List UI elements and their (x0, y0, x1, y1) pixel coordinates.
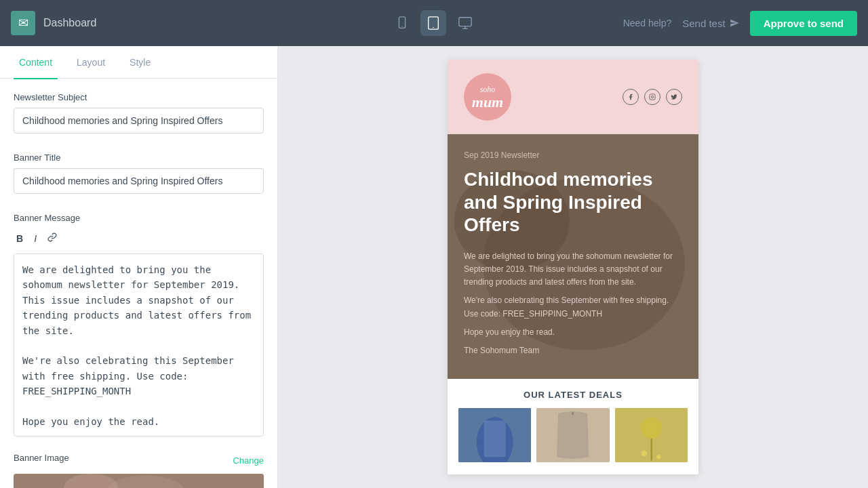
svg-point-23 (640, 417, 662, 439)
need-help-link[interactable]: Need help? (623, 18, 672, 28)
email-banner: Sep 2019 Newsletter Childhood memories a… (448, 134, 698, 379)
link-button[interactable] (45, 231, 60, 245)
send-test-button[interactable]: Send test (682, 18, 738, 29)
bold-button[interactable]: B (14, 231, 26, 245)
deals-grid (458, 408, 688, 462)
nav-right-actions: Need help? Send test Approve to send (623, 11, 857, 36)
facebook-icon[interactable] (623, 89, 639, 105)
svg-point-26 (656, 455, 660, 459)
svg-point-12 (654, 95, 654, 96)
banner-body-para1: We are delighted to bring you the sohomu… (464, 250, 682, 289)
deal-item-1 (458, 408, 531, 462)
formatting-toolbar: B I (14, 228, 264, 248)
email-deals-section: OUR LATEST DEALS (448, 379, 698, 473)
email-header: soho mum (448, 60, 698, 134)
banner-title-section: Banner Title (14, 152, 264, 207)
approve-to-send-button[interactable]: Approve to send (750, 11, 857, 36)
panel-tabs: Content Layout Style (0, 46, 277, 79)
panel-body: Newsletter Subject Banner Title Banner M… (0, 79, 277, 488)
newsletter-subject-input[interactable] (14, 108, 264, 134)
svg-rect-19 (484, 421, 506, 458)
banner-body-para3: Hope you enjoy the read. (464, 326, 682, 339)
svg-point-3 (433, 27, 433, 28)
top-navigation: ✉ Dashboard Need help? Send test Approve… (0, 0, 868, 46)
desktop-view-button[interactable] (452, 10, 479, 36)
email-logo: soho mum (464, 73, 511, 121)
banner-image-label: Banner Image (14, 453, 69, 463)
banner-message-label: Banner Message (14, 213, 264, 223)
svg-point-25 (641, 451, 647, 457)
banner-message-textarea[interactable]: We are delighted to bring you the sohomu… (14, 253, 264, 436)
right-preview: soho mum (278, 46, 868, 488)
banner-image-preview (14, 474, 264, 488)
tablet-view-button[interactable] (420, 10, 446, 36)
main-content: Content Layout Style Newsletter Subject … (0, 46, 868, 488)
logo-mum-text: mum (472, 95, 503, 110)
tab-content[interactable]: Content (14, 54, 58, 70)
svg-point-1 (401, 26, 402, 26)
banner-body-para4: The Sohomum Team (464, 344, 682, 357)
banner-message-section: Banner Message B I We are delighted to b… (14, 213, 264, 439)
banner-content: Sep 2019 Newsletter Childhood memories a… (464, 150, 682, 363)
left-panel: Content Layout Style Newsletter Subject … (0, 46, 278, 488)
email-preview: soho mum (448, 60, 698, 474)
newsletter-subject-section: Newsletter Subject (14, 92, 264, 147)
italic-button[interactable]: I (31, 231, 39, 245)
tab-style[interactable]: Style (124, 54, 156, 70)
social-icons (623, 89, 682, 105)
svg-point-11 (651, 96, 653, 98)
mobile-view-button[interactable] (389, 10, 415, 36)
change-image-button[interactable]: Change (233, 455, 264, 466)
deal-item-2 (536, 408, 609, 462)
twitter-icon[interactable] (666, 89, 682, 105)
deal-item-3 (615, 408, 688, 462)
deals-title: OUR LATEST DEALS (458, 390, 688, 400)
tab-layout[interactable]: Layout (71, 54, 111, 70)
logo-area: ✉ Dashboard (11, 11, 146, 35)
instagram-icon[interactable] (644, 89, 660, 105)
banner-title-label: Banner Title (14, 152, 264, 163)
svg-rect-10 (650, 94, 655, 100)
banner-image-row: Banner Image Change (14, 453, 264, 468)
app-logo-icon: ✉ (11, 11, 35, 35)
app-title: Dashboard (43, 17, 96, 29)
device-switcher (389, 10, 479, 36)
svg-rect-4 (459, 18, 471, 26)
banner-title-input[interactable] (14, 168, 264, 194)
banner-date-label: Sep 2019 Newsletter (464, 150, 682, 160)
banner-title-display: Childhood memories and Spring Inspired O… (464, 168, 682, 237)
banner-body-para2: We're also celebrating this September wi… (464, 294, 682, 320)
newsletter-subject-label: Newsletter Subject (14, 92, 264, 102)
